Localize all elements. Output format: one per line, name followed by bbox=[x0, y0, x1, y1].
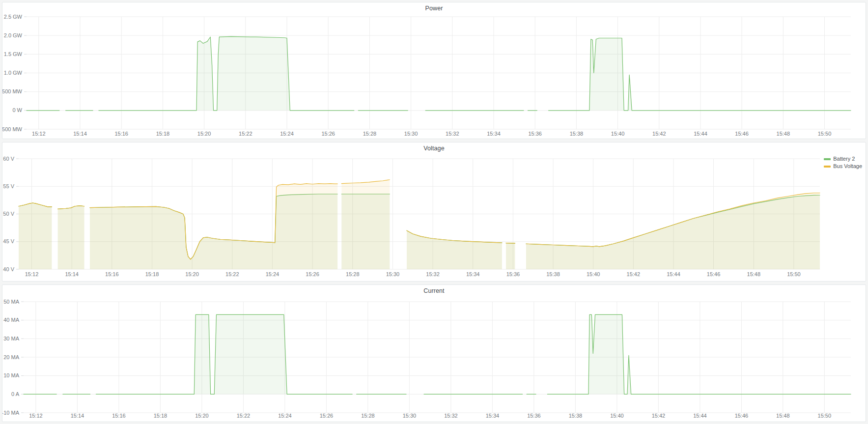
legend-label-battery-2: Battery 2 bbox=[833, 156, 855, 162]
svg-text:15:32: 15:32 bbox=[446, 131, 459, 137]
svg-text:20 MA: 20 MA bbox=[3, 354, 19, 360]
svg-text:15:50: 15:50 bbox=[818, 413, 832, 419]
svg-text:15:28: 15:28 bbox=[346, 271, 360, 277]
svg-text:15:14: 15:14 bbox=[73, 131, 87, 137]
voltage-legend: Battery 2 Bus Voltage bbox=[824, 156, 862, 170]
svg-text:15:26: 15:26 bbox=[321, 131, 335, 137]
legend-label-bus-voltage: Bus Voltage bbox=[833, 163, 862, 170]
svg-text:60 V: 60 V bbox=[3, 156, 14, 162]
svg-text:15:50: 15:50 bbox=[787, 271, 801, 277]
svg-text:15:28: 15:28 bbox=[361, 413, 375, 419]
svg-text:15:50: 15:50 bbox=[818, 131, 832, 137]
svg-text:15:48: 15:48 bbox=[747, 271, 761, 277]
svg-text:15:40: 15:40 bbox=[587, 271, 600, 277]
svg-text:50 MA: 50 MA bbox=[3, 299, 19, 305]
svg-text:15:46: 15:46 bbox=[735, 413, 749, 419]
svg-text:15:42: 15:42 bbox=[652, 131, 666, 137]
svg-text:15:30: 15:30 bbox=[404, 131, 418, 137]
svg-text:0 W: 0 W bbox=[12, 107, 22, 113]
svg-text:15:18: 15:18 bbox=[145, 271, 159, 277]
svg-text:15:12: 15:12 bbox=[25, 271, 39, 277]
svg-text:15:28: 15:28 bbox=[363, 131, 377, 137]
svg-text:15:22: 15:22 bbox=[225, 271, 239, 277]
legend-swatch-bus-voltage bbox=[824, 166, 831, 168]
svg-text:15:46: 15:46 bbox=[735, 131, 749, 137]
legend-item-battery-2[interactable]: Battery 2 bbox=[824, 156, 862, 162]
svg-text:15:30: 15:30 bbox=[386, 271, 400, 277]
svg-text:15:12: 15:12 bbox=[32, 131, 46, 137]
svg-text:15:46: 15:46 bbox=[707, 271, 721, 277]
svg-text:15:32: 15:32 bbox=[426, 271, 440, 277]
svg-text:15:22: 15:22 bbox=[239, 131, 252, 137]
svg-text:15:14: 15:14 bbox=[71, 413, 84, 419]
svg-text:15:44: 15:44 bbox=[694, 131, 707, 137]
svg-text:15:32: 15:32 bbox=[444, 413, 458, 419]
svg-text:15:38: 15:38 bbox=[546, 271, 560, 277]
svg-text:40 MA: 40 MA bbox=[3, 317, 19, 323]
svg-text:15:18: 15:18 bbox=[154, 413, 168, 419]
svg-text:15:30: 15:30 bbox=[403, 413, 417, 419]
svg-text:1.5 GW: 1.5 GW bbox=[4, 51, 23, 57]
svg-text:15:20: 15:20 bbox=[185, 271, 199, 277]
svg-text:10 MA: 10 MA bbox=[3, 372, 19, 378]
svg-text:15:16: 15:16 bbox=[114, 131, 128, 137]
panel-power: Power 2.5 GW2.0 GW1.5 GW1.0 GW500 MW0 W-… bbox=[2, 2, 866, 139]
panel-current: Current 50 MA40 MA30 MA20 MA10 MA0 A-10 … bbox=[2, 284, 866, 422]
svg-text:15:16: 15:16 bbox=[112, 413, 126, 419]
legend-item-bus-voltage[interactable]: Bus Voltage bbox=[824, 163, 862, 170]
svg-text:15:14: 15:14 bbox=[65, 271, 79, 277]
svg-text:15:48: 15:48 bbox=[777, 131, 790, 137]
svg-text:2.0 GW: 2.0 GW bbox=[4, 32, 23, 38]
svg-text:0 A: 0 A bbox=[11, 391, 20, 397]
svg-text:15:40: 15:40 bbox=[610, 413, 624, 419]
svg-text:500 MW: 500 MW bbox=[2, 88, 23, 94]
svg-text:15:20: 15:20 bbox=[197, 131, 211, 137]
svg-text:1.0 GW: 1.0 GW bbox=[4, 70, 23, 76]
svg-text:15:44: 15:44 bbox=[693, 413, 707, 419]
svg-text:15:16: 15:16 bbox=[105, 271, 119, 277]
svg-text:15:26: 15:26 bbox=[320, 413, 334, 419]
svg-text:15:36: 15:36 bbox=[527, 413, 541, 419]
svg-text:15:36: 15:36 bbox=[506, 271, 520, 277]
legend-swatch-battery-2 bbox=[824, 158, 831, 160]
panel-voltage: Voltage 60 V55 V50 V45 V40 V15:1215:1415… bbox=[2, 142, 866, 282]
voltage-plot-area[interactable]: 60 V55 V50 V45 V40 V15:1215:1415:1615:18… bbox=[2, 142, 866, 281]
svg-text:15:20: 15:20 bbox=[195, 413, 209, 419]
svg-text:50 V: 50 V bbox=[3, 211, 14, 217]
svg-text:40 V: 40 V bbox=[3, 266, 14, 272]
svg-text:15:48: 15:48 bbox=[776, 413, 790, 419]
power-plot-area[interactable]: 2.5 GW2.0 GW1.5 GW1.0 GW500 MW0 W-500 MW… bbox=[2, 2, 866, 139]
svg-text:15:36: 15:36 bbox=[528, 131, 542, 137]
svg-text:15:44: 15:44 bbox=[667, 271, 680, 277]
svg-text:15:24: 15:24 bbox=[278, 413, 292, 419]
svg-text:15:42: 15:42 bbox=[627, 271, 641, 277]
svg-text:15:22: 15:22 bbox=[237, 413, 251, 419]
svg-text:15:18: 15:18 bbox=[156, 131, 170, 137]
svg-text:15:34: 15:34 bbox=[487, 131, 501, 137]
svg-text:15:24: 15:24 bbox=[266, 271, 280, 277]
svg-text:45 V: 45 V bbox=[3, 238, 14, 244]
svg-text:15:38: 15:38 bbox=[570, 131, 584, 137]
svg-text:15:40: 15:40 bbox=[611, 131, 625, 137]
svg-text:15:34: 15:34 bbox=[466, 271, 480, 277]
svg-text:15:12: 15:12 bbox=[29, 413, 43, 419]
svg-text:15:38: 15:38 bbox=[569, 413, 583, 419]
svg-text:15:24: 15:24 bbox=[280, 131, 294, 137]
current-plot-area[interactable]: 50 MA40 MA30 MA20 MA10 MA0 A-10 MA15:121… bbox=[2, 285, 866, 422]
svg-text:30 MA: 30 MA bbox=[3, 336, 19, 341]
svg-text:15:42: 15:42 bbox=[652, 413, 666, 419]
svg-text:15:26: 15:26 bbox=[306, 271, 319, 277]
svg-text:55 V: 55 V bbox=[3, 183, 14, 189]
svg-text:-500 MW: -500 MW bbox=[2, 126, 23, 132]
svg-text:-10 MA: -10 MA bbox=[2, 410, 20, 416]
svg-text:2.5 GW: 2.5 GW bbox=[4, 14, 23, 20]
svg-text:15:34: 15:34 bbox=[486, 413, 500, 419]
